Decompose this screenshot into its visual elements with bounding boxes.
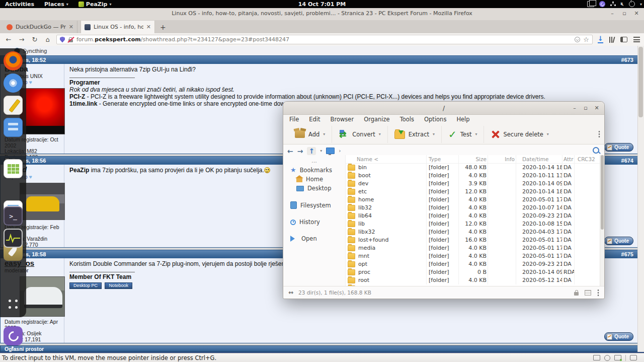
table-row[interactable]: etc[folder]12.0 KB2020-10-14 18:59:58DA <box>346 188 604 196</box>
maximize-button[interactable]: ▫ <box>621 11 628 17</box>
computer-icon[interactable] <box>326 148 335 154</box>
sidebar-item-open[interactable]: Open <box>283 234 345 243</box>
chevron-down-icon[interactable]: ▾ <box>547 132 549 136</box>
insecure-lock-icon[interactable] <box>68 37 73 43</box>
viber-dock-icon[interactable] <box>4 326 23 345</box>
sidebar-item-home[interactable]: Home <box>283 175 345 184</box>
table-row[interactable]: home[folder]4.0 KB2020-05-01 17:04:06DA <box>346 196 604 204</box>
post-number[interactable]: #675 <box>621 251 633 257</box>
post-number[interactable]: #673 <box>621 57 633 63</box>
places-menu[interactable]: Places▾ <box>39 0 73 8</box>
nav-forward-button[interactable]: → <box>297 147 303 155</box>
nav-up-button[interactable]: ↑ <box>307 147 316 155</box>
menu-tools[interactable]: Tools <box>400 116 414 124</box>
menu-options[interactable]: Options <box>424 116 446 124</box>
chevron-down-icon[interactable]: ▾ <box>475 132 477 136</box>
search-icon[interactable] <box>593 147 599 154</box>
vm-device-icon-2[interactable] <box>604 355 610 361</box>
library-icon[interactable] <box>609 36 614 43</box>
table-row[interactable]: boot[folder]4.0 KB2020-10-11 13:18:36DA <box>346 172 604 180</box>
column-attr[interactable]: Attr <box>562 155 574 163</box>
column-size[interactable]: Size <box>458 155 488 163</box>
table-row[interactable]: lib64[folder]4.0 KB2020-09-23 21:33:44DA <box>346 212 604 220</box>
scrollbar-thumb[interactable] <box>601 155 604 230</box>
firefox-dock-icon[interactable] <box>4 51 23 70</box>
viber-tray-icon[interactable] <box>599 1 605 7</box>
table-row[interactable]: libx32[folder]4.0 KB2020-04-03 17:00:29D… <box>346 228 604 236</box>
text-editor-dock-icon[interactable] <box>4 96 23 115</box>
post-number[interactable]: #674 <box>621 158 633 164</box>
nav-back-button[interactable]: ← <box>287 147 293 155</box>
table-row[interactable]: root[folder]4.0 KB2020-05-12 14:23:44DA <box>346 276 604 284</box>
system-monitor-dock-icon[interactable] <box>4 229 23 248</box>
activities-button[interactable]: Activities <box>0 0 39 8</box>
clock[interactable]: 14 Oct 7:01 PM <box>298 1 346 8</box>
scrollbar-thumb[interactable] <box>638 47 643 117</box>
volume-muted-icon[interactable]: 🔇︎ <box>621 2 624 7</box>
chevron-down-icon[interactable]: ▾ <box>379 132 381 136</box>
sidebar-item-filesystem[interactable]: Filesystem <box>283 200 345 210</box>
windows-icon[interactable] <box>587 1 594 7</box>
file-list-scrollbar[interactable] <box>600 155 604 286</box>
table-row[interactable]: dev[folder]3.9 KB2020-10-14 09:25:07DA <box>346 180 604 188</box>
test-button[interactable]: ✓ Test▾ <box>442 126 484 143</box>
url-bar[interactable]: forum.pcekspert.com/showthread.php?t=234… <box>56 35 593 44</box>
tab-linux-os[interactable]: Linux OS - info, how-to, pit ✕ <box>80 21 155 33</box>
minimize-button[interactable]: – <box>571 105 578 111</box>
sidebar-toggle-icon[interactable] <box>620 37 627 42</box>
menu-file[interactable]: File <box>289 116 299 124</box>
sidebar-header[interactable]: ... <box>283 155 345 165</box>
convert-button[interactable]: Convert▾ <box>332 126 388 143</box>
chevron-down-icon[interactable]: ▾ <box>323 132 325 136</box>
downloads-icon[interactable]: ↓ <box>598 36 603 43</box>
menu-edit[interactable]: Edit <box>309 116 320 124</box>
table-row[interactable]: opt[folder]4.0 KB2020-09-23 21:18:53DA <box>346 260 604 268</box>
column-type[interactable]: Type <box>426 155 458 163</box>
menu-browser[interactable]: Browser <box>331 116 354 124</box>
forward-button[interactable]: → <box>15 36 28 43</box>
table-row[interactable]: lib[folder]12.0 KB2020-10-08 15:27:38DA <box>346 220 604 228</box>
table-row[interactable]: lib32[folder]4.0 KB2020-10-07 14:07:18DA <box>346 204 604 212</box>
chromium-dock-icon[interactable] <box>4 74 23 93</box>
tab-close-icon[interactable]: ✕ <box>69 24 73 30</box>
add-button[interactable]: Add▾ <box>288 126 332 143</box>
power-icon[interactable] <box>629 1 635 7</box>
table-row[interactable]: proc[folder]0 B2020-10-14 09:24:59RDA <box>346 268 604 276</box>
bookmark-star-icon[interactable]: ☆ <box>583 36 589 43</box>
onetime-link[interactable]: 1time.link <box>69 100 97 107</box>
sidebar-item-bookmarks[interactable]: ★Bookmarks <box>283 165 345 175</box>
new-tab-button[interactable]: + <box>155 21 171 33</box>
pocket-icon[interactable] <box>575 37 580 42</box>
peazip-titlebar[interactable]: / – ▫ ✕ <box>283 102 604 115</box>
quote-button[interactable]: Quote <box>604 332 633 341</box>
tracking-protection-shield-icon[interactable] <box>60 37 65 43</box>
quote-button[interactable]: Quote <box>604 143 633 152</box>
table-row[interactable]: bin[folder]48.0 KB2020-10-14 18:59:58DA <box>346 164 604 172</box>
close-button[interactable]: ✕ <box>633 11 640 17</box>
pciz-link[interactable]: PCI-Z <box>69 93 85 100</box>
lock-icon[interactable] <box>574 292 579 296</box>
vm-message-icon[interactable] <box>630 355 637 360</box>
vm-network-icon[interactable] <box>614 355 621 360</box>
tab-close-icon[interactable]: ✕ <box>146 24 151 30</box>
badge-desktop-pc[interactable]: Desktop PC <box>69 282 102 289</box>
url-text[interactable]: forum.pcekspert.com/showthread.php?t=234… <box>76 36 572 43</box>
page-scrollbar[interactable] <box>637 46 644 352</box>
files-dock-icon[interactable] <box>4 118 23 137</box>
show-applications-icon[interactable] <box>4 295 23 314</box>
menu-help[interactable]: Help <box>456 116 469 124</box>
column-info[interactable]: Info <box>488 155 516 163</box>
chevron-down-icon[interactable]: ▾ <box>640 2 642 7</box>
quote-button[interactable]: Quote <box>604 237 633 245</box>
network-icon[interactable] <box>610 2 616 7</box>
table-row[interactable]: mnt[folder]4.0 KB2020-05-01 17:05:42DA <box>346 252 604 260</box>
extract-button[interactable]: Extract▾ <box>388 126 442 143</box>
toolbar-overflow-icon[interactable] <box>598 130 600 137</box>
resize-columns-icon[interactable]: ↔ <box>288 289 293 296</box>
table-row[interactable]: media[folder]4.0 KB2020-05-01 17:04:28DA <box>346 244 604 252</box>
minimize-button[interactable]: – <box>609 11 616 17</box>
menu-organize[interactable]: Organize <box>364 116 390 124</box>
close-button[interactable]: ✕ <box>593 105 600 111</box>
sidebar-item-history[interactable]: History <box>283 218 345 227</box>
menu-hamburger-icon[interactable] <box>633 37 640 42</box>
